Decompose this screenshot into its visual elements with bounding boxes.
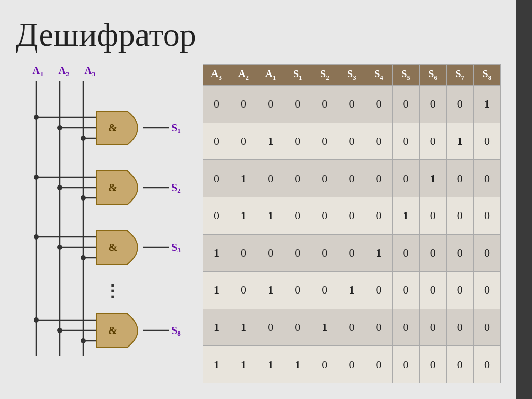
table-cell: 0 [257,234,284,272]
table-row: 10000010000 [203,234,501,272]
table-row: 11001000000 [203,309,501,346]
table-cell: 0 [419,197,446,234]
table-cell: 0 [230,272,257,309]
table-cell: 1 [203,309,230,346]
table-cell: 0 [203,197,230,234]
table-cell: 1 [230,197,257,234]
table-cell: 1 [284,346,311,383]
table-cell: 1 [203,346,230,383]
svg-text:&: & [108,121,117,134]
table-cell: 1 [338,272,365,309]
label-a2: A2 [51,64,77,78]
svg-text:&: & [108,241,117,254]
table-row: 00100000010 [203,123,501,160]
input-labels: A1 A2 A3 [16,64,192,78]
table-cell: 1 [230,309,257,346]
col-header-s2: S2 [311,65,338,86]
col-header-a1: A1 [257,65,284,86]
table-cell: 0 [203,160,230,197]
table-cell: 1 [203,272,230,309]
table-cell: 0 [473,346,500,383]
table-header-row: A3 A2 A1 S1 S2 S3 S4 S5 S6 S7 S8 [203,65,501,86]
table-cell: 0 [338,346,365,383]
table-cell: 0 [392,234,419,272]
table-cell: 0 [392,309,419,346]
table-cell: 0 [392,86,419,123]
table-cell: 0 [311,123,338,160]
table-row: 10100100000 [203,272,501,309]
truth-table: A3 A2 A1 S1 S2 S3 S4 S5 S6 S7 S8 0000000… [203,64,501,383]
table-cell: 1 [365,234,392,272]
table-cell: 0 [473,123,500,160]
svg-text:S8: S8 [171,325,181,337]
col-header-s6: S6 [419,65,446,86]
svg-point-17 [57,185,62,190]
table-cell: 0 [473,234,500,272]
table-cell: 1 [203,234,230,272]
table-cell: 0 [311,272,338,309]
table-cell: 0 [338,123,365,160]
svg-point-27 [57,245,62,250]
circuit-svg: & S1 & S2 [16,81,192,362]
table-cell: 0 [446,86,473,123]
svg-point-7 [57,125,62,130]
table-cell: 0 [311,234,338,272]
svg-point-37 [34,317,39,323]
svg-text:S3: S3 [171,242,181,254]
table-cell: 0 [473,197,500,234]
svg-text:&: & [108,324,117,337]
table-cell: 0 [419,272,446,309]
svg-point-16 [34,175,39,180]
table-cell: 0 [230,234,257,272]
table-cell: 0 [392,160,419,197]
table-cell: 0 [365,309,392,346]
table-cell: 0 [419,346,446,383]
sidebar-dark [516,0,532,399]
svg-point-28 [81,255,86,260]
svg-point-6 [34,115,39,120]
table-cell: 0 [311,197,338,234]
table-cell: 1 [473,86,500,123]
table-cell: 0 [446,160,473,197]
svg-point-38 [57,328,62,333]
table-cell: 1 [230,160,257,197]
table-cell: 0 [311,86,338,123]
table-cell: 0 [338,234,365,272]
table-cell: 0 [203,86,230,123]
table-cell: 0 [419,234,446,272]
col-header-s8: S8 [473,65,500,86]
svg-point-18 [81,195,86,201]
table-cell: 1 [257,123,284,160]
table-cell: 0 [338,197,365,234]
col-header-s5: S5 [392,65,419,86]
table-row: 01000000100 [203,160,501,197]
table-cell: 0 [338,160,365,197]
table-cell: 0 [284,272,311,309]
svg-point-39 [81,338,86,343]
table-cell: 1 [230,346,257,383]
table-cell: 0 [446,272,473,309]
table-cell: 0 [365,197,392,234]
table-cell: 0 [284,309,311,346]
table-cell: 0 [365,346,392,383]
col-header-s7: S7 [446,65,473,86]
table-cell: 0 [203,123,230,160]
table-cell: 1 [446,123,473,160]
table-cell: 1 [392,197,419,234]
table-cell: 0 [338,86,365,123]
table-cell: 0 [392,123,419,160]
table-row: 01100001000 [203,197,501,234]
table-cell: 0 [419,309,446,346]
col-header-a3: A3 [203,65,230,86]
table-cell: 0 [419,86,446,123]
table-cell: 1 [257,272,284,309]
svg-point-8 [81,136,86,141]
table-cell: 1 [311,309,338,346]
table-cell: 0 [284,86,311,123]
col-header-a2: A2 [230,65,257,86]
truth-table-area: A3 A2 A1 S1 S2 S3 S4 S5 S6 S7 S8 0000000… [203,64,501,383]
table-cell: 0 [311,160,338,197]
table-cell: 0 [473,309,500,346]
table-cell: 0 [311,346,338,383]
table-cell: 0 [446,309,473,346]
